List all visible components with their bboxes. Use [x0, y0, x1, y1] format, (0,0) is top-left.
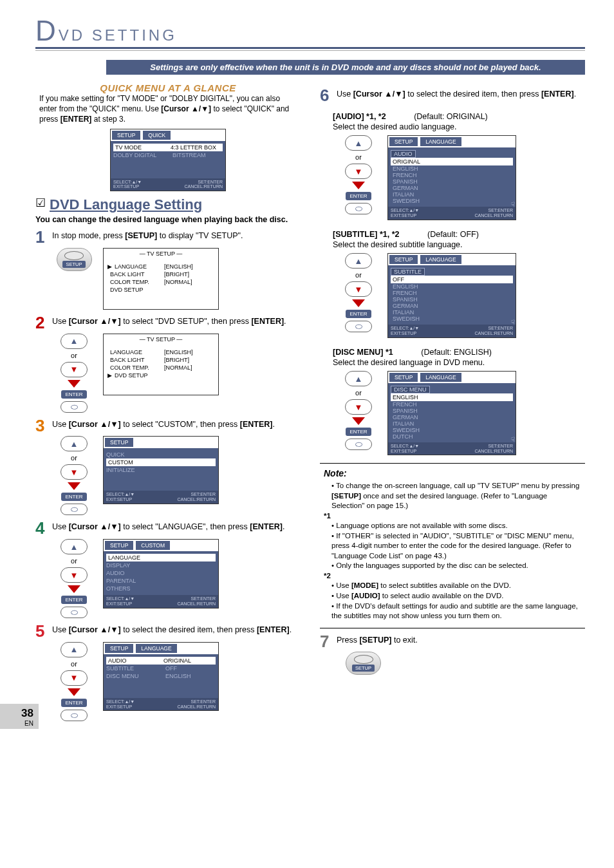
- osd-tab-quick: QUICK: [143, 131, 171, 140]
- subtitle-default: (Default: OFF): [427, 230, 479, 239]
- section-subtitle: You can change the desired language when…: [35, 215, 301, 224]
- osd-audio-languages: SETUPLANGUAGE AUDIO ORIGINAL ENGLISH FRE…: [387, 135, 516, 220]
- osd-row-l: TV MODE: [115, 144, 171, 151]
- cursor-down-icon: ▼: [60, 670, 88, 686]
- step-number: 7: [320, 635, 333, 648]
- cursor-down-icon: ▼: [345, 281, 372, 297]
- quick-menu-glance-title: QUICK MENU AT A GLANCE: [35, 82, 301, 93]
- osd-row-r: 4:3 LETTER BOX: [171, 144, 221, 151]
- cursor-up-icon: ▲: [60, 436, 88, 451]
- audio-desc: Select the desired audio language.: [320, 122, 585, 131]
- header-drop-cap: D: [35, 19, 59, 42]
- subtitle-desc: Select the desired subtitle language.: [320, 240, 585, 249]
- flow-arrow-icon: [68, 688, 80, 696]
- flow-arrow-icon: [352, 417, 365, 425]
- cursor-down-icon: ▼: [60, 567, 88, 583]
- enter-pill: ENTER: [61, 390, 86, 399]
- glance-text-c: at step 3.: [94, 115, 126, 124]
- cursor-control-stack: ▲ or ▼ ENTER ⬭: [339, 253, 378, 332]
- or-label: or: [71, 352, 77, 359]
- discmenu-desc: Select the desired language in DVD menu.: [320, 358, 585, 367]
- scroll-down-hand-icon: ☟: [511, 201, 515, 208]
- flow-arrow-icon: [68, 482, 80, 490]
- enter-button-icon: ⬭: [345, 321, 372, 332]
- osd-row-l: DOLBY DIGITAL: [113, 152, 172, 158]
- note-title: Note:: [324, 467, 581, 480]
- cursor-down-icon: ▼: [345, 164, 372, 179]
- cursor-up-icon: ▲: [345, 371, 372, 386]
- osd-tv-setup-1: — TV SETUP — ▶LANGUAGE[ENGLISH] BACK LIG…: [103, 248, 219, 310]
- cursor-down-icon: ▼: [345, 399, 372, 415]
- osd-custom-language: SETUPCUSTOM LANGUAGE DISPLAY AUDIO PAREN…: [103, 539, 219, 608]
- scroll-down-hand-icon: ☟: [511, 319, 515, 326]
- cursor-control-stack: ▲ or ▼ ENTER ⬭: [55, 539, 93, 618]
- cursor-up-icon: ▲: [60, 642, 88, 657]
- page-number: 38 EN: [0, 704, 39, 729]
- step-number: 3: [35, 419, 48, 433]
- cursor-up-icon: ▲: [345, 135, 372, 151]
- scroll-down-hand-icon: ☟: [511, 436, 515, 443]
- note-box: Note: To change the on-screen language, …: [320, 463, 585, 628]
- flow-arrow-icon: [68, 585, 80, 593]
- glance-cursor: [Cursor ▲/▼]: [161, 104, 211, 113]
- osd-subtitle-languages: SETUPLANGUAGE SUBTITLE OFF ENGLISH FRENC…: [387, 253, 516, 337]
- step-number: 4: [35, 522, 48, 535]
- flow-arrow-icon: [68, 380, 80, 388]
- enter-button-icon: ⬭: [345, 439, 372, 450]
- glance-enter: [ENTER]: [60, 115, 92, 124]
- discmenu-label: [DISC MENU] *1: [333, 348, 393, 357]
- step-number: 2: [35, 316, 48, 330]
- osd-discmenu-languages: SETUPLANGUAGE DISC MENU ENGLISH FRENCH S…: [387, 371, 516, 455]
- osd-row-r: BITSTREAM: [172, 152, 223, 158]
- osd-tv-setup-2: — TV SETUP — LANGUAGE[ENGLISH] BACK LIGH…: [103, 334, 219, 395]
- step-number: 1: [35, 231, 48, 244]
- cursor-up-icon: ▲: [60, 334, 88, 349]
- enter-button-icon: ⬭: [60, 607, 88, 618]
- audio-default: (Default: ORIGINAL): [414, 112, 488, 121]
- setup-remote-button: SETUP: [57, 248, 92, 271]
- cursor-down-icon: ▼: [60, 362, 88, 377]
- cursor-down-icon: ▼: [60, 464, 88, 480]
- mode-warning-banner: Settings are only effective when the uni…: [106, 60, 585, 75]
- osd-tab-setup: SETUP: [112, 131, 140, 140]
- flow-arrow-icon: [352, 299, 365, 307]
- cursor-control-stack: ▲ or ▼ ENTER ⬭: [55, 334, 93, 413]
- setup-remote-button: SETUP: [346, 652, 381, 675]
- flow-arrow-icon: [352, 182, 365, 189]
- cursor-control-stack: ▲ or ▼ ENTER ⬭: [339, 135, 378, 214]
- osd-setup-custom: SETUP QUICK CUSTOM INITIALIZE SELECT:▲/▼…: [103, 436, 219, 504]
- enter-button-icon: ⬭: [60, 504, 88, 515]
- enter-button-icon: ⬭: [60, 401, 88, 413]
- cursor-up-icon: ▲: [345, 253, 372, 269]
- step1-text: In stop mode, press: [52, 231, 125, 240]
- enter-button-icon: ⬭: [345, 203, 372, 214]
- enter-button-icon: ⬭: [60, 710, 88, 721]
- header-subrule: [35, 50, 585, 51]
- discmenu-default: (Default: ENGLISH): [421, 348, 492, 357]
- header-rule: [35, 47, 585, 49]
- quick-menu-glance-text: If you make setting for "TV MODE" or "DO…: [35, 93, 301, 129]
- cursor-control-stack: ▲ or ▼ ENTER ⬭: [55, 436, 93, 515]
- footnote-1-label: *1: [324, 511, 581, 522]
- step-number: 6: [320, 89, 333, 102]
- subtitle-label: [SUBTITLE] *1, *2: [333, 230, 400, 239]
- page-header: D VD SETTING: [35, 19, 585, 44]
- section-title: DVD Language Setting: [50, 196, 202, 213]
- osd-language-values: SETUPLANGUAGE AUDIOORIGINAL SUBTITLEOFF …: [103, 642, 219, 711]
- osd-quick-menu: SETUP QUICK TV MODE4:3 LETTER BOX DOLBY …: [110, 129, 226, 191]
- cursor-control-stack: ▲ or ▼ ENTER ⬭: [55, 642, 93, 721]
- step-number: 5: [35, 625, 48, 638]
- cursor-control-stack: ▲ or ▼ ENTER ⬭: [339, 371, 378, 450]
- checkbox-icon: ☑: [35, 196, 46, 211]
- footnote-2-label: *2: [324, 571, 581, 581]
- header-title: VD SETTING: [59, 26, 177, 44]
- audio-label: [AUDIO] *1, *2: [333, 112, 386, 121]
- cursor-up-icon: ▲: [60, 539, 88, 554]
